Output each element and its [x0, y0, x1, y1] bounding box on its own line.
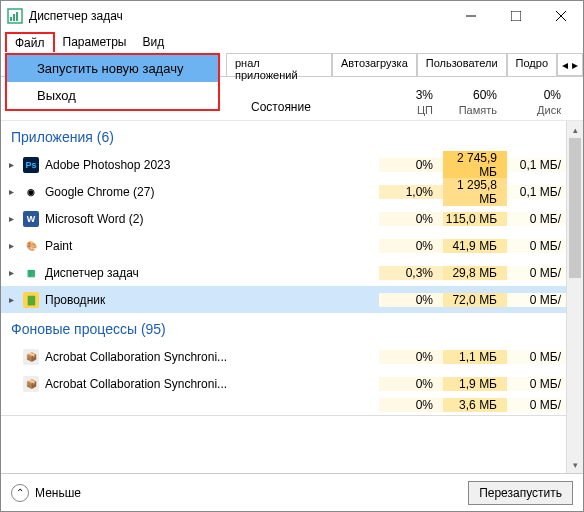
process-name: Paint — [41, 239, 243, 253]
svg-rect-2 — [13, 14, 15, 21]
app-icon — [7, 8, 23, 24]
process-name: Acrobat Collaboration Synchroni... — [41, 377, 243, 391]
scroll-up-icon[interactable]: ▴ — [567, 121, 583, 138]
cpu-value: 0% — [379, 158, 443, 172]
memory-value: 1,9 МБ — [443, 377, 507, 391]
tab-startup[interactable]: Автозагрузка — [332, 53, 417, 76]
memory-value: 41,9 МБ — [443, 239, 507, 253]
expand-icon[interactable]: ▸ — [1, 159, 21, 170]
minimize-button[interactable] — [448, 1, 493, 31]
app-icon: 🎨 — [21, 238, 41, 254]
disk-value: 0 МБ/ — [507, 266, 571, 280]
cpu-value: 0% — [379, 212, 443, 226]
menu-item-exit[interactable]: Выход — [7, 82, 218, 109]
disk-value: 0 МБ/ — [507, 239, 571, 253]
app-icon: ▇ — [21, 292, 41, 308]
col-status[interactable]: Состояние — [243, 100, 379, 120]
menu-view[interactable]: Вид — [134, 33, 172, 51]
cpu-value: 0% — [379, 350, 443, 364]
cpu-percent: 3% — [379, 88, 433, 102]
app-icon: Ps — [21, 157, 41, 173]
table-row[interactable]: ▸🎨Paint0%41,9 МБ0 МБ/ — [1, 232, 583, 259]
fewer-details-button[interactable]: ⌃ Меньше — [11, 484, 81, 502]
expand-icon[interactable]: ▸ — [1, 267, 21, 278]
cpu-value: 0% — [379, 239, 443, 253]
memory-value: 1,1 МБ — [443, 350, 507, 364]
tab-app-history[interactable]: рнал приложений — [226, 53, 332, 76]
menu-item-run-new-task[interactable]: Запустить новую задачу — [7, 55, 218, 82]
app-icon: 📦 — [21, 376, 41, 392]
tab-scroll-right-icon[interactable]: ▸ — [570, 58, 580, 72]
table-row[interactable]: 📦Acrobat Collaboration Synchroni...0%1,1… — [1, 343, 583, 370]
expand-icon[interactable]: ▸ — [1, 240, 21, 251]
process-name: Проводник — [41, 293, 243, 307]
group-background-processes[interactable]: Фоновые процессы (95) — [1, 313, 583, 343]
process-name: Microsoft Word (2) — [41, 212, 243, 226]
menubar: Файл Параметры Вид Запустить новую задач… — [1, 31, 583, 53]
app-icon: W — [21, 211, 41, 227]
memory-value: 2 745,9 МБ — [443, 151, 507, 179]
disk-value: 0 МБ/ — [507, 212, 571, 226]
col-memory[interactable]: 60% Память — [443, 88, 507, 120]
tab-scroll-left-icon[interactable]: ◂ — [560, 58, 570, 72]
titlebar: Диспетчер задач — [1, 1, 583, 31]
table-row[interactable]: ▸▦Диспетчер задач0,3%29,8 МБ0 МБ/ — [1, 259, 583, 286]
cpu-value: 0% — [379, 293, 443, 307]
expand-icon[interactable]: ▸ — [1, 294, 21, 305]
scrollbar-thumb[interactable] — [569, 138, 581, 278]
window-title: Диспетчер задач — [29, 9, 448, 23]
table-row-cutoff: 0% 3,6 МБ 0 МБ/ — [1, 397, 583, 413]
app-icon: 📦 — [21, 349, 41, 365]
group-applications[interactable]: Приложения (6) — [1, 121, 583, 151]
disk-percent: 0% — [507, 88, 561, 102]
maximize-button[interactable] — [493, 1, 538, 31]
close-button[interactable] — [538, 1, 583, 31]
memory-value: 1 295,8 МБ — [443, 178, 507, 206]
restart-button[interactable]: Перезапустить — [468, 481, 573, 505]
disk-value: 0 МБ/ — [507, 350, 571, 364]
tab-users[interactable]: Пользователи — [417, 53, 507, 76]
disk-value: 0 МБ/ — [507, 293, 571, 307]
memory-value: 29,8 МБ — [443, 266, 507, 280]
table-row[interactable]: ▸▇Проводник0%72,0 МБ0 МБ/ — [1, 286, 583, 313]
vertical-scrollbar[interactable]: ▴ ▾ — [566, 121, 583, 473]
cpu-value: 0,3% — [379, 266, 443, 280]
expand-icon[interactable]: ▸ — [1, 213, 21, 224]
process-name: Acrobat Collaboration Synchroni... — [41, 350, 243, 364]
disk-value: 0,1 МБ/ — [507, 158, 571, 172]
svg-rect-3 — [16, 12, 18, 21]
memory-value: 115,0 МБ — [443, 212, 507, 226]
app-icon: ◉ — [21, 184, 41, 200]
expand-icon[interactable]: ▸ — [1, 186, 21, 197]
file-menu-dropdown: Запустить новую задачу Выход — [5, 53, 220, 111]
menu-file[interactable]: Файл — [5, 32, 55, 52]
chevron-up-icon: ⌃ — [11, 484, 29, 502]
menu-options[interactable]: Параметры — [55, 33, 135, 51]
table-row[interactable]: ▸WMicrosoft Word (2)0%115,0 МБ0 МБ/ — [1, 205, 583, 232]
memory-percent: 60% — [443, 88, 497, 102]
process-name: Adobe Photoshop 2023 — [41, 158, 243, 172]
memory-value: 72,0 МБ — [443, 293, 507, 307]
disk-value: 0 МБ/ — [507, 377, 571, 391]
process-name: Google Chrome (27) — [41, 185, 243, 199]
svg-rect-5 — [511, 11, 521, 21]
tab-details[interactable]: Подро — [507, 53, 557, 76]
table-row[interactable]: ▸◉Google Chrome (27)1,0%1 295,8 МБ0,1 МБ… — [1, 178, 583, 205]
col-disk[interactable]: 0% Диск — [507, 88, 571, 120]
tab-scroll-buttons[interactable]: ◂▸ — [557, 53, 583, 76]
process-list: Приложения (6) ▸PsAdobe Photoshop 20230%… — [1, 121, 583, 473]
scroll-down-icon[interactable]: ▾ — [567, 456, 583, 473]
svg-rect-1 — [10, 17, 12, 21]
table-row[interactable]: ▸PsAdobe Photoshop 20230%2 745,9 МБ0,1 М… — [1, 151, 583, 178]
table-row[interactable]: 📦Acrobat Collaboration Synchroni...0%1,9… — [1, 370, 583, 397]
disk-value: 0,1 МБ/ — [507, 185, 571, 199]
footer: ⌃ Меньше Перезапустить — [1, 473, 583, 511]
app-icon: ▦ — [21, 265, 41, 281]
cpu-value: 0% — [379, 377, 443, 391]
cpu-value: 1,0% — [379, 185, 443, 199]
process-name: Диспетчер задач — [41, 266, 243, 280]
task-manager-window: Диспетчер задач Файл Параметры Вид Запус… — [0, 0, 584, 512]
col-cpu[interactable]: 3% ЦП — [379, 88, 443, 120]
